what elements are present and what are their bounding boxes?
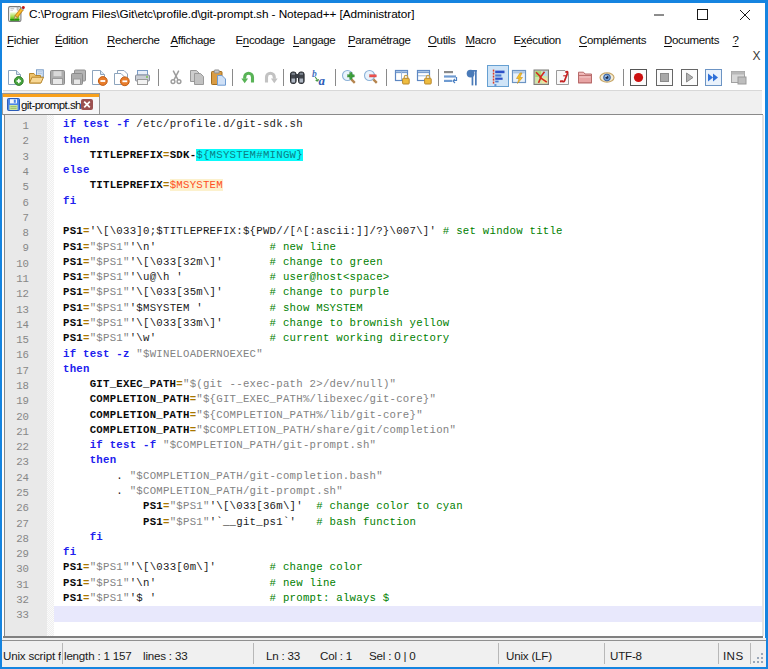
svg-text:a: a bbox=[319, 73, 326, 88]
svg-text:b: b bbox=[312, 69, 317, 79]
